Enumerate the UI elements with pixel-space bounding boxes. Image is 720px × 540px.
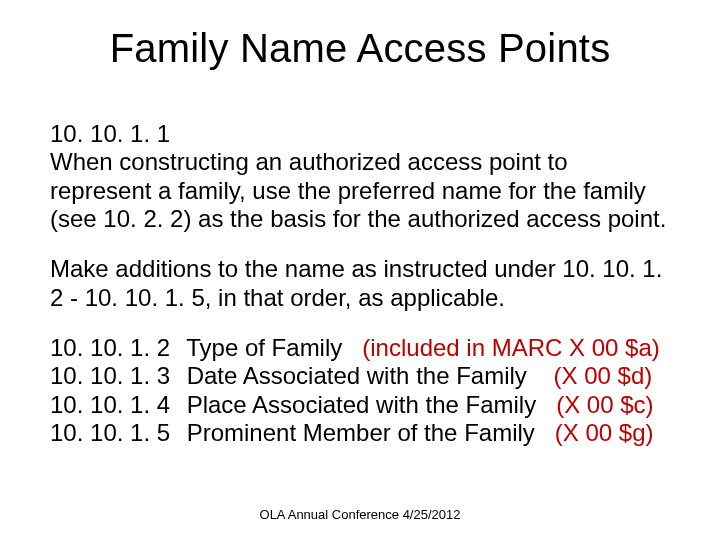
section-block: 10. 10. 1. 1 When constructing an author…	[50, 120, 670, 233]
slide: Family Name Access Points 10. 10. 1. 1 W…	[0, 0, 720, 540]
paragraph-1: When constructing an authorized access p…	[50, 148, 670, 233]
list-item: 10. 10. 1. 4 Place Associated with the F…	[50, 391, 670, 419]
item-number: 10. 10. 1. 5	[50, 419, 180, 447]
item-marc: (X 00 $g)	[555, 419, 654, 446]
item-marc: (X 00 $d)	[554, 362, 653, 389]
item-number: 10. 10. 1. 3	[50, 362, 180, 390]
list-item: 10. 10. 1. 2 Type of Family (included in…	[50, 334, 670, 362]
paragraph-2: Make additions to the name as instructed…	[50, 255, 670, 312]
item-label: Date Associated with the Family	[187, 362, 527, 389]
list-item: 10. 10. 1. 5 Prominent Member of the Fam…	[50, 419, 670, 447]
slide-title: Family Name Access Points	[0, 26, 720, 71]
item-label: Type of Family	[186, 334, 342, 361]
item-number: 10. 10. 1. 4	[50, 391, 180, 419]
item-label: Place Associated with the Family	[187, 391, 537, 418]
additions-list: 10. 10. 1. 2 Type of Family (included in…	[50, 334, 670, 447]
slide-body: 10. 10. 1. 1 When constructing an author…	[50, 120, 670, 447]
item-number: 10. 10. 1. 2	[50, 334, 180, 362]
slide-footer: OLA Annual Conference 4/25/2012	[0, 507, 720, 522]
item-marc: (X 00 $c)	[556, 391, 653, 418]
list-item: 10. 10. 1. 3 Date Associated with the Fa…	[50, 362, 670, 390]
section-number: 10. 10. 1. 1	[50, 120, 670, 148]
item-label: Prominent Member of the Family	[187, 419, 535, 446]
item-marc: (included in MARC X 00 $a)	[362, 334, 659, 361]
